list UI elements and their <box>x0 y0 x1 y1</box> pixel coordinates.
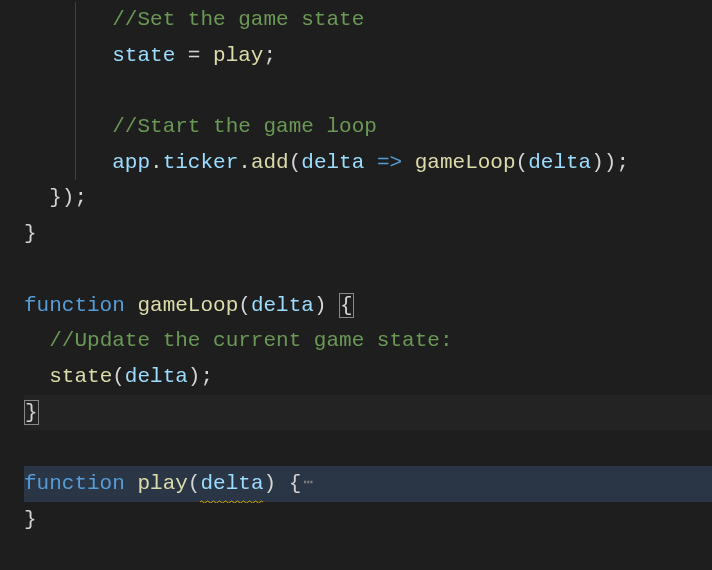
arrow-token: => <box>364 151 414 174</box>
code-line[interactable] <box>24 252 712 288</box>
param-token: delta <box>251 294 314 317</box>
brace-close-highlight: } <box>24 400 39 425</box>
code-line[interactable]: //Start the game loop <box>24 109 712 145</box>
code-editor[interactable]: //Set the game state state = play; //Sta… <box>0 0 712 537</box>
punct-token: ) <box>591 151 604 174</box>
punct-token: ) <box>314 294 339 317</box>
identifier-token: delta <box>528 151 591 174</box>
identifier-token: app <box>112 151 150 174</box>
punct-token: ( <box>516 151 529 174</box>
punct-token: } <box>24 222 37 245</box>
identifier-token: gameLoop <box>415 151 516 174</box>
operator-token: = <box>175 44 213 67</box>
func-name-token: gameLoop <box>137 294 238 317</box>
identifier-token: delta <box>125 365 188 388</box>
punct-token: ; <box>263 44 276 67</box>
punct-token: . <box>150 151 163 174</box>
param-token-warning: delta <box>200 466 263 502</box>
code-line[interactable] <box>24 430 712 466</box>
param-token: delta <box>301 151 364 174</box>
identifier-token: add <box>251 151 289 174</box>
code-line[interactable]: //Set the game state <box>24 2 712 38</box>
code-line[interactable]: state(delta); <box>24 359 712 395</box>
punct-token: ( <box>112 365 125 388</box>
brace-open-highlight: { <box>339 293 354 318</box>
code-line[interactable]: function gameLoop(delta) { <box>24 288 712 324</box>
keyword-token: function <box>24 294 125 317</box>
punct-token: } <box>24 508 37 531</box>
punct-token: ) { <box>263 472 301 495</box>
code-line[interactable]: state = play; <box>24 38 712 74</box>
code-line[interactable]: }); <box>24 180 712 216</box>
punct-token: ; <box>616 151 629 174</box>
punct-token: ( <box>289 151 302 174</box>
punct-token: ) <box>188 365 201 388</box>
punct-token: ( <box>188 472 201 495</box>
code-line[interactable]: } <box>24 216 712 252</box>
keyword-token: function <box>24 472 125 495</box>
punct-token: . <box>238 151 251 174</box>
identifier-token: ticker <box>163 151 239 174</box>
func-name-token: play <box>137 472 187 495</box>
code-line[interactable]: } <box>24 395 712 431</box>
code-line[interactable] <box>24 73 712 109</box>
punct-token: ( <box>238 294 251 317</box>
code-line-active[interactable]: function play(delta) {⋯ <box>24 466 712 502</box>
identifier-token: play <box>213 44 263 67</box>
code-line[interactable]: } <box>24 502 712 538</box>
folded-indicator-icon[interactable]: ⋯ <box>303 474 313 492</box>
code-line[interactable]: //Update the current game state: <box>24 323 712 359</box>
comment-token: //Update the current game state: <box>49 329 452 352</box>
punct-token: }); <box>49 186 87 209</box>
comment-token: //Start the game loop <box>112 115 377 138</box>
code-line[interactable]: app.ticker.add(delta => gameLoop(delta))… <box>24 145 712 181</box>
identifier-token: state <box>49 365 112 388</box>
punct-token: ) <box>604 151 617 174</box>
comment-token: //Set the game state <box>112 8 364 31</box>
identifier-token: state <box>112 44 175 67</box>
punct-token: ; <box>200 365 213 388</box>
